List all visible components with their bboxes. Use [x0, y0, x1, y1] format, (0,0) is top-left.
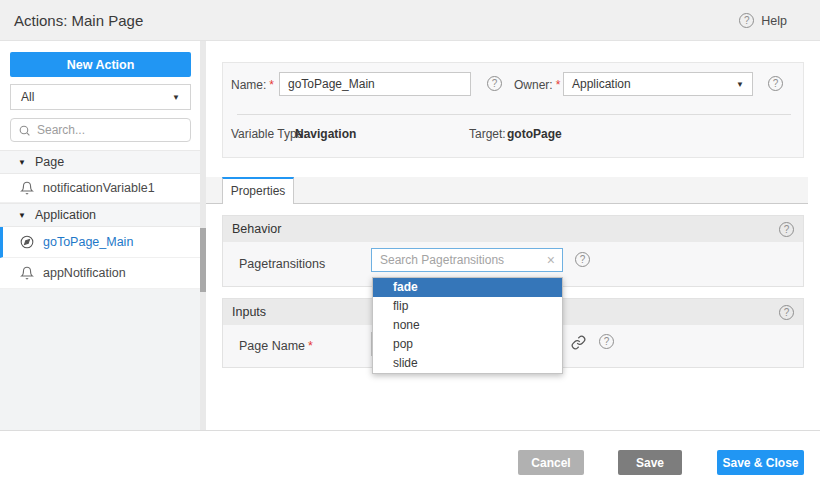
- help-label: Help: [761, 14, 787, 28]
- help-button[interactable]: Help: [739, 0, 787, 41]
- required-asterisk: *: [269, 78, 274, 92]
- owner-label: Owner:*: [514, 78, 560, 92]
- owner-select-value: Application: [572, 77, 736, 91]
- caret-down-icon: ▼: [172, 93, 180, 102]
- sidebar-search-box: [10, 118, 191, 142]
- tree-group-page[interactable]: ▼ Page: [0, 150, 200, 174]
- page-title: Actions: Main Page: [14, 12, 143, 29]
- target-label: Target:: [469, 127, 506, 141]
- page-name-label: Page Name*: [239, 339, 313, 353]
- search-icon: [18, 124, 31, 137]
- inputs-section-help-icon[interactable]: [779, 305, 794, 320]
- filter-select-value: All: [21, 90, 172, 104]
- dropdown-option-fade[interactable]: fade: [373, 278, 562, 297]
- cancel-button[interactable]: Cancel: [518, 450, 584, 475]
- pagetransitions-help-icon[interactable]: [575, 252, 590, 267]
- caret-down-icon: ▼: [18, 158, 26, 167]
- tree-group-application[interactable]: ▼ Application: [0, 203, 200, 227]
- tree-item-notificationvariable1[interactable]: notificationVariable1: [0, 174, 200, 203]
- filter-select[interactable]: All ▼: [10, 84, 191, 110]
- pagetransitions-dropdown: fade flip none pop slide: [372, 277, 563, 374]
- actions-sidebar: New Action All ▼ ▼ Page notificationVari…: [0, 41, 200, 430]
- caret-down-icon: ▼: [18, 211, 26, 220]
- actions-tree: ▼ Page notificationVariable1 ▼ Applicati…: [0, 150, 200, 289]
- save-button[interactable]: Save: [618, 450, 682, 475]
- owner-help-icon[interactable]: [768, 76, 783, 91]
- bell-icon: [20, 266, 34, 280]
- navigation-icon: [20, 235, 34, 249]
- inputs-title: Inputs: [232, 305, 266, 319]
- behavior-title: Behavior: [232, 222, 281, 236]
- link-icon[interactable]: [571, 335, 586, 350]
- footer-bar: Cancel Save Save & Close: [0, 430, 820, 488]
- dropdown-option-slide[interactable]: slide: [373, 354, 562, 373]
- pagetransitions-search-input[interactable]: [372, 253, 547, 267]
- name-field[interactable]: [279, 72, 471, 96]
- action-detail-panel: Name:* Owner:* Application ▼ Variable Ty…: [206, 41, 820, 430]
- name-help-icon[interactable]: [487, 76, 502, 91]
- tree-item-appnotification[interactable]: appNotification: [0, 258, 200, 289]
- new-action-button[interactable]: New Action: [10, 52, 191, 77]
- tab-properties[interactable]: Properties: [222, 177, 294, 204]
- name-label: Name:*: [231, 78, 274, 92]
- clear-icon[interactable]: ×: [547, 253, 562, 267]
- bell-icon: [20, 181, 34, 195]
- action-summary-box: Name:* Owner:* Application ▼ Variable Ty…: [222, 62, 804, 158]
- form-divider: [237, 114, 791, 115]
- dropdown-option-flip[interactable]: flip: [373, 297, 562, 316]
- page-name-help-icon[interactable]: [599, 334, 614, 349]
- target-value: gotoPage: [507, 127, 562, 141]
- tree-item-gotopage-main[interactable]: goToPage_Main: [0, 227, 200, 258]
- required-asterisk: *: [308, 339, 313, 353]
- required-asterisk: *: [556, 78, 561, 92]
- sidebar-search-input[interactable]: [37, 123, 183, 137]
- behavior-section-help-icon[interactable]: [779, 222, 794, 237]
- tab-bar: Properties: [206, 177, 808, 204]
- actions-window: Actions: Main Page Help New Action All ▼…: [0, 0, 820, 488]
- window-header: Actions: Main Page Help: [0, 0, 820, 41]
- pagetransitions-search-box: ×: [371, 248, 563, 272]
- dropdown-option-pop[interactable]: pop: [373, 335, 562, 354]
- owner-select[interactable]: Application ▼: [563, 72, 753, 96]
- behavior-section-header: Behavior: [223, 216, 803, 242]
- dropdown-option-none[interactable]: none: [373, 316, 562, 335]
- save-and-close-button[interactable]: Save & Close: [717, 450, 804, 475]
- caret-down-icon: ▼: [736, 80, 744, 89]
- variable-type-value: Navigation: [295, 127, 356, 141]
- pagetransitions-label: Pagetransitions: [239, 257, 325, 271]
- sidebar-empty-area: [0, 289, 200, 430]
- help-icon: [739, 13, 754, 28]
